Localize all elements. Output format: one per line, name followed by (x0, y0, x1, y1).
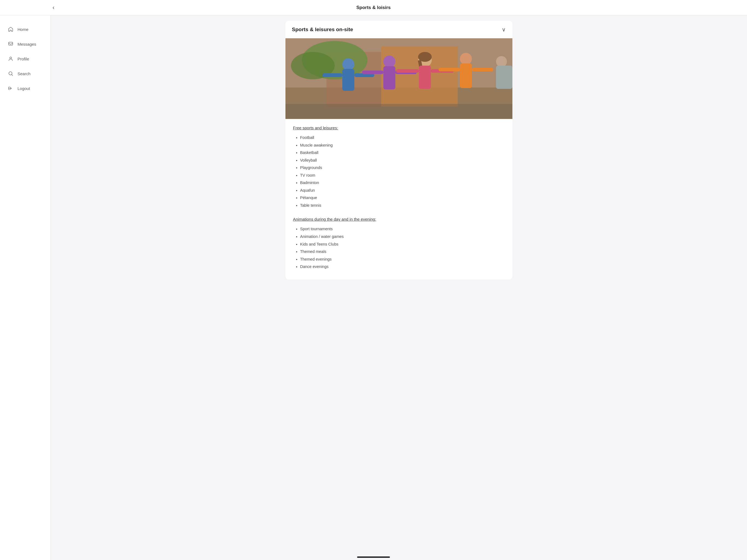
list-item: Badminton (300, 179, 505, 187)
sidebar-item-home[interactable]: Home (0, 22, 50, 36)
top-bar: ‹ Sports & loisirs (0, 0, 747, 15)
list-item: Volleyball (300, 157, 505, 164)
card-header[interactable]: Sports & leisures on-site ∨ (285, 21, 512, 38)
svg-point-1 (10, 57, 12, 59)
list-item: Basketball (300, 149, 505, 157)
card-body: Free sports and leisures: Football Muscl… (285, 119, 512, 279)
list-item: Table tennis (300, 202, 505, 209)
list-item: Animation / water games (300, 233, 505, 240)
messages-icon (8, 41, 14, 47)
home-icon (8, 26, 14, 32)
section-gap (293, 209, 505, 217)
main-content: Sports & leisures on-site ∨ (51, 15, 747, 560)
search-icon (8, 71, 14, 77)
sidebar-item-profile[interactable]: Profile (0, 51, 50, 66)
sidebar-item-logout[interactable]: Logout (0, 81, 50, 96)
list-item: Sport tournaments (300, 225, 505, 233)
sidebar-item-search[interactable]: Search (0, 66, 50, 81)
back-button[interactable]: ‹ (49, 2, 58, 13)
sports-card: Sports & leisures on-site ∨ (285, 21, 512, 279)
sidebar-label-logout: Logout (18, 86, 30, 91)
sidebar: Home Messages Profile Search (0, 15, 51, 560)
sidebar-item-messages[interactable]: Messages (0, 36, 50, 51)
back-icon: ‹ (52, 4, 54, 11)
svg-line-3 (12, 75, 13, 76)
free-sports-title: Free sports and leisures: (293, 126, 505, 130)
list-item: Muscle awakening (300, 142, 505, 149)
animations-list: Sport tournaments Animation / water game… (293, 225, 505, 271)
sidebar-label-messages: Messages (18, 42, 36, 47)
bottom-bar-indicator (357, 556, 390, 558)
page-title: Sports & loisirs (356, 5, 391, 10)
sidebar-label-profile: Profile (18, 57, 29, 61)
animations-title: Animations during the day and in the eve… (293, 217, 505, 222)
chevron-down-icon: ∨ (502, 26, 506, 33)
hero-image (285, 38, 512, 119)
sidebar-label-search: Search (18, 71, 31, 76)
list-item: Pétanque (300, 194, 505, 202)
list-item: TV room (300, 172, 505, 179)
svg-rect-30 (285, 38, 512, 119)
card-title: Sports & leisures on-site (292, 27, 353, 32)
list-item: Kids and Teens Clubs (300, 240, 505, 248)
sidebar-label-home: Home (18, 27, 28, 32)
list-item: Dance evenings (300, 263, 505, 271)
list-item: Themed evenings (300, 256, 505, 263)
profile-icon (8, 56, 14, 62)
logout-icon (8, 85, 14, 91)
main-layout: Home Messages Profile Search (0, 15, 747, 560)
free-sports-list: Football Muscle awakening Basketball Vol… (293, 134, 505, 209)
list-item: Football (300, 134, 505, 142)
list-item: Playgrounds (300, 164, 505, 172)
list-item: Aquafun (300, 187, 505, 195)
list-item: Themed meals (300, 248, 505, 256)
